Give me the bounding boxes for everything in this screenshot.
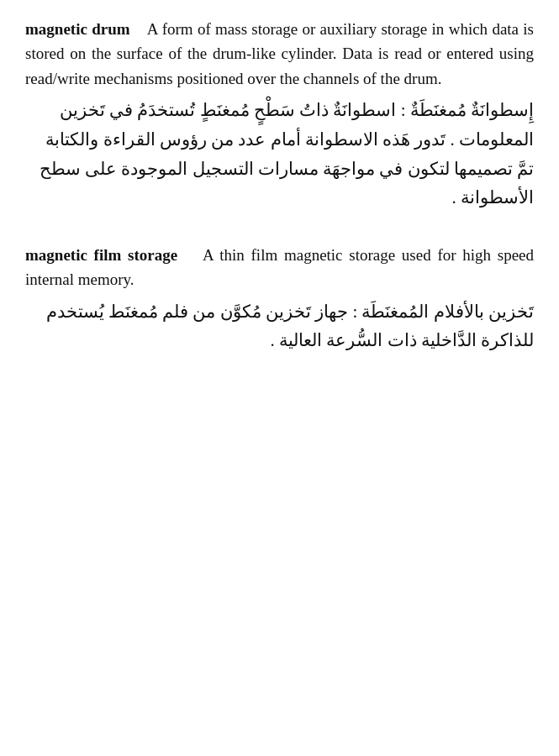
definition-arabic-magnetic-drum: إِسطوانَةٌ مُمغنَطَةٌ : اسطوانَةٌ ذاتُ س… xyxy=(25,96,534,213)
entry-divider xyxy=(25,228,534,243)
entry-magnetic-drum: magnetic drum A form of mass storage or … xyxy=(25,17,534,213)
entry-magnetic-film-storage: magnetic film storage A thin film magnet… xyxy=(25,243,534,355)
term-magnetic-drum: magnetic drum xyxy=(25,20,130,38)
entry-english-magnetic-film-storage: magnetic film storage A thin film magnet… xyxy=(25,243,534,292)
term-magnetic-film-storage: magnetic film storage xyxy=(25,246,177,264)
definition-arabic-magnetic-film-storage: تَخزين بالأفلام المُمغنَطَة : جهاز تَخزي… xyxy=(25,297,534,355)
entry-english-magnetic-drum: magnetic drum A form of mass storage or … xyxy=(25,17,534,91)
dictionary-page: magnetic drum A form of mass storage or … xyxy=(25,17,534,355)
